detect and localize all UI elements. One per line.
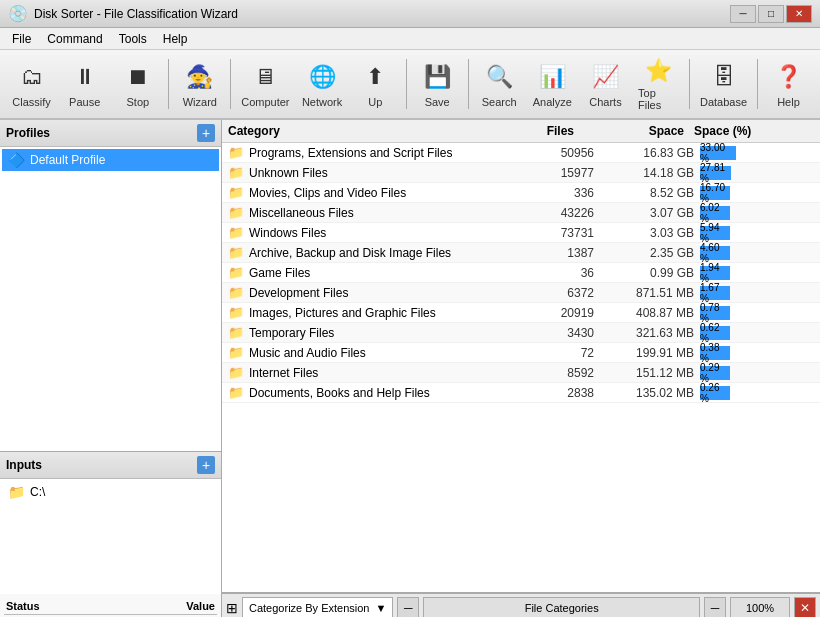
pause-icon: ⏸ [69,61,101,93]
inputs-list: 📁 C:\ [0,479,221,595]
category-space: 135.02 MB [594,386,694,400]
toolbar-separator-4 [468,59,469,109]
menu-tools[interactable]: Tools [111,30,155,48]
category-files: 2838 [514,386,594,400]
categorize-dropdown[interactable]: Categorize By Extension ▼ [242,597,393,618]
files-col-header: Files [494,124,574,138]
classify-icon: 🗂 [16,61,48,93]
category-pct-bar: 6.02 % [700,206,730,220]
category-pct-bar: 33.00 % [700,146,736,160]
table-row: 📁 Archive, Backup and Disk Image Files 1… [222,243,820,263]
menu-bar: File Command Tools Help [0,28,820,50]
category-pct-cell: 0.62 % [694,326,814,340]
menu-help[interactable]: Help [155,30,196,48]
category-name: Images, Pictures and Graphic Files [249,306,514,320]
grid-icon: ⊞ [226,600,238,616]
database-icon: 🗄 [708,61,740,93]
table-row: 📁 Documents, Books and Help Files 2838 1… [222,383,820,403]
close-bottom-button[interactable]: ✕ [794,597,816,618]
toolbar-separator-6 [757,59,758,109]
category-files: 50956 [514,146,594,160]
inputs-panel: Inputs + 📁 C:\ [0,452,221,592]
database-button[interactable]: 🗄 Database [695,54,752,114]
category-pct-cell: 16.70 % [694,186,814,200]
category-space: 871.51 MB [594,286,694,300]
up-button[interactable]: ⬆ Up [350,54,401,114]
category-folder-icon: 📁 [228,265,244,280]
minus-button-2[interactable]: ─ [704,597,726,618]
analyze-icon: 📊 [536,61,568,93]
pct-col-header: Space (%) [694,124,814,138]
category-pct-cell: 27.81 % [694,166,814,180]
category-pct-bar: 0.29 % [700,366,730,380]
toolbar: 🗂 Classify ⏸ Pause ⏹ Stop 🧙 Wizard 🖥 Com… [0,50,820,120]
computer-button[interactable]: 🖥 Computer [236,54,294,114]
category-pct-bar: 0.38 % [700,346,730,360]
category-name: Temporary Files [249,326,514,340]
space-col-header: Space [584,124,684,138]
toolbar-separator-5 [689,59,690,109]
category-files: 15977 [514,166,594,180]
category-pct-cell: 4.60 % [694,246,814,260]
table-row: 📁 Windows Files 73731 3.03 GB 5.94 % [222,223,820,243]
top-files-button[interactable]: ⭐ Top Files [633,54,684,114]
category-folder-icon: 📁 [228,165,244,180]
classify-button[interactable]: 🗂 Classify [6,54,57,114]
category-pct-cell: 1.67 % [694,286,814,300]
category-name: Miscellaneous Files [249,206,514,220]
category-files: 73731 [514,226,594,240]
category-pct-bar: 1.67 % [700,286,730,300]
bottom-toolbar: ⊞ Categorize By Extension ▼ ─ File Categ… [222,594,820,617]
category-pct-bar: 4.60 % [700,246,730,260]
table-row: 📁 Unknown Files 15977 14.18 GB 27.81 % [222,163,820,183]
window-buttons: ─ □ ✕ [730,5,812,23]
table-row: 📁 Game Files 36 0.99 GB 1.94 % [222,263,820,283]
category-files: 336 [514,186,594,200]
wizard-icon: 🧙 [184,61,216,93]
category-pct-cell: 0.29 % [694,366,814,380]
category-name: Windows Files [249,226,514,240]
category-files: 72 [514,346,594,360]
charts-button[interactable]: 📈 Charts [580,54,631,114]
category-space: 14.18 GB [594,166,694,180]
add-profile-button[interactable]: + [197,124,215,142]
input-item-c[interactable]: 📁 C:\ [2,481,219,503]
pause-button[interactable]: ⏸ Pause [59,54,110,114]
maximize-button[interactable]: □ [758,5,784,23]
category-space: 2.35 GB [594,246,694,260]
network-button[interactable]: 🌐 Network [297,54,348,114]
file-categories-button[interactable]: File Categories [423,597,700,618]
toolbar-separator-2 [230,59,231,109]
category-space: 8.52 GB [594,186,694,200]
pct-button[interactable]: 100% [730,597,790,618]
wizard-button[interactable]: 🧙 Wizard [174,54,225,114]
computer-icon: 🖥 [249,61,281,93]
category-name: Internet Files [249,366,514,380]
category-name: Archive, Backup and Disk Image Files [249,246,514,260]
category-name: Unknown Files [249,166,514,180]
close-button[interactable]: ✕ [786,5,812,23]
table-row: 📁 Development Files 6372 871.51 MB 1.67 … [222,283,820,303]
table-row: 📁 Miscellaneous Files 43226 3.07 GB 6.02… [222,203,820,223]
profile-item-default[interactable]: 🔷 Default Profile [2,149,219,171]
menu-file[interactable]: File [4,30,39,48]
category-space: 199.91 MB [594,346,694,360]
table-row: 📁 Programs, Extensions and Script Files … [222,143,820,163]
drive-icon: 📁 [8,484,25,500]
category-pct-cell: 33.00 % [694,146,814,160]
search-button[interactable]: 🔍 Search [474,54,525,114]
category-folder-icon: 📁 [228,365,244,380]
add-input-button[interactable]: + [197,456,215,474]
help-button[interactable]: ❓ Help [763,54,814,114]
category-folder-icon: 📁 [228,245,244,260]
save-button[interactable]: 💾 Save [412,54,463,114]
minimize-button[interactable]: ─ [730,5,756,23]
minus-button-1[interactable]: ─ [397,597,419,618]
analyze-button[interactable]: 📊 Analyze [527,54,578,114]
status-panel: Status Value 📁 Processed Dirs 69104 📄 Pr… [0,594,222,617]
stop-button[interactable]: ⏹ Stop [112,54,163,114]
category-space: 0.99 GB [594,266,694,280]
menu-command[interactable]: Command [39,30,110,48]
category-pct-cell: 0.78 % [694,306,814,320]
category-folder-icon: 📁 [228,325,244,340]
